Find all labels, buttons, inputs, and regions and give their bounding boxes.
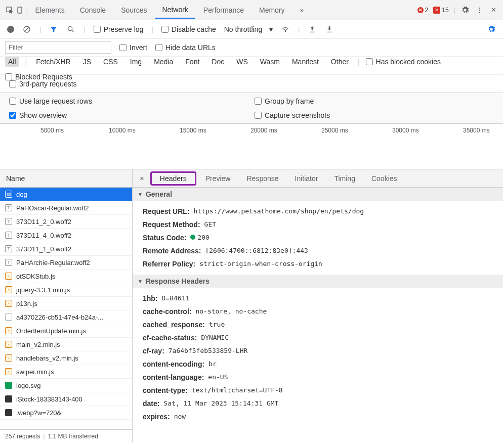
tab-preview[interactable]: Preview (198, 171, 238, 186)
request-row[interactable]: ◦swiper.min.js (0, 365, 132, 379)
group-frame-checkbox[interactable]: Group by frame (255, 97, 494, 105)
request-row[interactable]: TPaHOscar-Regular.woff2 (0, 201, 132, 215)
request-list: Name ▤dogTPaHOscar-Regular.woff2T373D11_… (0, 169, 133, 442)
status-dot-icon (190, 235, 195, 240)
tab-elements[interactable]: Elements (28, 2, 71, 18)
record-button[interactable] (7, 26, 14, 33)
timeline-tick: 15000 ms (180, 127, 206, 134)
request-row[interactable]: T373D11_2_0.woff2 (0, 215, 132, 229)
error-badge[interactable]: ✕2 (417, 7, 429, 14)
request-name: 373D11_2_0.woff2 (16, 218, 71, 226)
capture-screenshots-checkbox[interactable]: Capture screenshots (255, 111, 494, 119)
type-media[interactable]: Media (151, 57, 176, 67)
request-name: a4370226-cb51-47e4-b24a-... (16, 313, 103, 321)
request-name: main_v2.min.js (16, 341, 60, 348)
request-row[interactable]: a4370226-cb51-47e4-b24a-... (0, 310, 132, 324)
detail-body: ▼General Request URL:https://www.petsath… (133, 188, 503, 442)
type-wasm[interactable]: Wasm (257, 57, 283, 67)
settings-gear-icon[interactable] (487, 25, 496, 34)
type-doc[interactable]: Doc (208, 57, 227, 67)
inspect-icon[interactable] (5, 6, 14, 15)
throttle-select[interactable]: No throttling ▾ (224, 25, 273, 33)
header-name: date: (143, 399, 159, 408)
third-party-checkbox[interactable]: 3rd-party requests (9, 80, 77, 88)
clear-icon[interactable] (22, 25, 31, 34)
type-fetch[interactable]: Fetch/XHR (33, 57, 73, 67)
request-row[interactable]: ◦OrderItemUpdate.min.js (0, 324, 132, 338)
type-manifest[interactable]: Manifest (289, 57, 322, 67)
filter-input[interactable] (5, 41, 111, 54)
show-overview-checkbox[interactable]: Show overview (9, 111, 248, 119)
type-css[interactable]: CSS (100, 57, 121, 67)
tab-more[interactable]: » (293, 2, 311, 18)
request-row[interactable]: ◦p13n.js (0, 297, 132, 310)
warn-badge[interactable]: ✕15 (433, 7, 448, 14)
invert-checkbox[interactable]: Invert (119, 43, 147, 52)
file-type-icon: ◦ (5, 354, 12, 362)
request-method-value: GET (204, 220, 216, 229)
tab-console[interactable]: Console (73, 2, 113, 18)
type-font[interactable]: Font (182, 57, 202, 67)
file-type-icon: T (5, 204, 12, 211)
tab-response[interactable]: Response (239, 171, 285, 186)
name-column-header[interactable]: Name (0, 169, 132, 188)
tab-cookies[interactable]: Cookies (364, 171, 404, 186)
download-icon[interactable] (325, 25, 334, 34)
referrer-policy-value: strict-origin-when-cross-origin (199, 260, 322, 268)
timeline[interactable]: 5000 ms 10000 ms 15000 ms 20000 ms 25000… (0, 124, 503, 169)
close-detail-icon[interactable]: × (136, 174, 148, 183)
preserve-log-checkbox[interactable]: Preserve log (94, 25, 144, 33)
status-bar: 257 requests | 1.1 MB transferred (0, 429, 132, 442)
file-type-icon: ◦ (5, 273, 12, 280)
kebab-icon[interactable]: ⋮ (475, 6, 484, 15)
header-name: cache-control: (143, 307, 191, 316)
tab-performance[interactable]: Performance (196, 2, 251, 18)
wifi-icon[interactable] (281, 25, 290, 34)
hide-data-urls-checkbox[interactable]: Hide data URLs (155, 43, 216, 52)
type-img[interactable]: Img (127, 57, 145, 67)
type-ws[interactable]: WS (233, 57, 251, 67)
request-row[interactable]: iStock-183383143-400 (0, 392, 132, 406)
tab-headers[interactable]: Headers (153, 171, 194, 186)
search-icon[interactable] (66, 25, 75, 34)
request-row[interactable]: ◦jquery-3.3.1.min.js (0, 283, 132, 297)
request-row[interactable]: logo.svg (0, 379, 132, 392)
request-row[interactable]: T373D11_4_0.woff2 (0, 229, 132, 242)
file-type-icon: ▤ (5, 191, 12, 198)
gear-icon[interactable] (460, 6, 470, 15)
filter-icon[interactable] (49, 25, 58, 34)
tab-initiator[interactable]: Initiator (288, 171, 325, 186)
blocked-cookies-checkbox[interactable]: Has blocked cookies (366, 58, 441, 66)
large-rows-checkbox[interactable]: Use large request rows (9, 97, 248, 105)
type-js[interactable]: JS (80, 57, 94, 67)
general-section[interactable]: ▼General (133, 188, 503, 201)
file-type-icon (5, 313, 12, 321)
disable-cache-checkbox[interactable]: Disable cache (161, 25, 216, 33)
request-row[interactable]: T373D11_1_0.woff2 (0, 242, 132, 256)
header-name: cf-cache-status: (143, 334, 197, 342)
request-row[interactable]: ◦otSDKStub.js (0, 270, 132, 283)
tab-sources[interactable]: Sources (114, 2, 154, 18)
status-code-value: 200 (190, 234, 209, 242)
svg-point-6 (285, 31, 285, 32)
type-all[interactable]: All (5, 57, 19, 67)
response-headers-section[interactable]: ▼Response Headers (133, 275, 503, 288)
request-row[interactable]: ◦main_v2.min.js (0, 338, 132, 351)
tab-timing[interactable]: Timing (327, 171, 362, 186)
svg-line-5 (72, 30, 73, 32)
request-name: OrderItemUpdate.min.js (16, 327, 86, 335)
tab-network[interactable]: Network (155, 2, 195, 19)
close-icon[interactable]: ✕ (489, 6, 498, 15)
request-row[interactable]: ▤dog (0, 188, 132, 201)
svg-point-4 (68, 26, 72, 30)
devtools-tabs: | Elements Console Sources Network Perfo… (0, 0, 503, 20)
referrer-policy-label: Referrer Policy: (143, 260, 195, 268)
type-other[interactable]: Other (328, 57, 352, 67)
request-row[interactable]: TPaHArchie-Regular.woff2 (0, 256, 132, 270)
request-row[interactable]: .webp?w=720& (0, 406, 132, 420)
upload-icon[interactable] (308, 25, 317, 34)
request-row[interactable]: ◦handlebars_v2.min.js (0, 351, 132, 365)
request-name: p13n.js (16, 300, 37, 307)
tab-memory[interactable]: Memory (252, 2, 292, 18)
device-icon[interactable] (15, 6, 24, 15)
